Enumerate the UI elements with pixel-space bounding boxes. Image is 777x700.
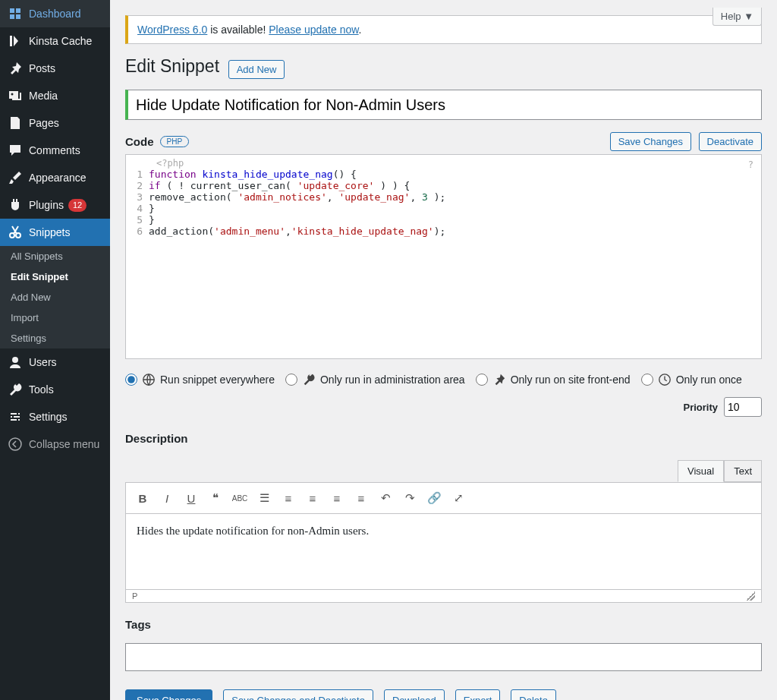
scope-admin[interactable]: Only run in administration area <box>285 373 465 386</box>
comments-icon <box>8 143 23 158</box>
submenu-add-new[interactable]: Add New <box>0 287 110 307</box>
svg-point-0 <box>11 93 14 96</box>
resize-handle[interactable] <box>746 591 755 601</box>
element-path: P <box>132 591 137 601</box>
underline-button[interactable]: U <box>181 487 202 509</box>
submenu-edit-snippet[interactable]: Edit Snippet <box>0 266 110 287</box>
submenu-import[interactable]: Import <box>0 307 110 328</box>
scope-everywhere[interactable]: Run snippet everywhere <box>125 373 275 386</box>
align-right-button[interactable]: ≡ <box>351 487 372 509</box>
delete-button[interactable]: Delete <box>511 689 556 700</box>
scope-front-radio[interactable] <box>476 374 488 386</box>
sidebar-label: Kinsta Cache <box>29 35 92 47</box>
sidebar-item-tools[interactable]: Tools <box>0 376 110 403</box>
wp-version-link[interactable]: WordPress 6.0 <box>137 24 207 36</box>
media-icon <box>8 88 23 103</box>
strike-button[interactable]: ABC <box>229 487 250 509</box>
priority-input[interactable] <box>724 397 762 417</box>
sidebar-item-posts[interactable]: Posts <box>0 55 110 82</box>
update-badge: 12 <box>68 199 87 212</box>
tab-text[interactable]: Text <box>724 460 762 482</box>
sidebar-label: Settings <box>29 411 68 423</box>
tags-input[interactable] <box>125 643 762 671</box>
pin-icon <box>492 373 506 386</box>
sidebar-item-media[interactable]: Media <box>0 82 110 109</box>
sidebar-item-users[interactable]: Users <box>0 348 110 376</box>
pages-icon <box>8 115 23 131</box>
sidebar-item-comments[interactable]: Comments <box>0 137 110 164</box>
kinsta-icon <box>8 33 23 49</box>
scope-front[interactable]: Only run on site front-end <box>476 373 631 386</box>
sidebar-item-plugins[interactable]: Plugins 12 <box>0 191 110 219</box>
scope-label: Only run once <box>676 374 742 386</box>
sidebar-submenu: All Snippets Edit Snippet Add New Import… <box>0 246 110 348</box>
dashboard-icon <box>8 6 23 21</box>
tools-icon <box>8 382 23 397</box>
php-pill: PHP <box>160 136 190 147</box>
code-editor[interactable]: ? <?php 1function kinsta_hide_update_nag… <box>125 154 762 359</box>
help-tab[interactable]: Help ▼ <box>713 8 762 26</box>
scope-label: Only run on site front-end <box>511 374 631 386</box>
bullet-list-button[interactable]: ☰ <box>253 487 275 509</box>
save-changes-button-top[interactable]: Save Changes <box>610 132 691 151</box>
bottom-actions: Save Changes Save Changes and Deactivate… <box>125 689 762 700</box>
fullscreen-button[interactable]: ⤢ <box>448 487 469 509</box>
priority-label: Priority <box>683 402 718 413</box>
snippet-title-input[interactable] <box>125 90 762 120</box>
sidebar-label: Tools <box>29 383 54 396</box>
svg-point-4 <box>9 438 21 450</box>
align-left-button[interactable]: ≡ <box>302 487 323 509</box>
save-deactivate-button[interactable]: Save Changes and Deactivate <box>223 689 373 700</box>
top-actions: Save Changes Deactivate <box>606 132 762 151</box>
scope-once[interactable]: Only run once <box>641 373 742 386</box>
link-button[interactable]: 🔗 <box>423 487 445 509</box>
submenu-all-snippets[interactable]: All Snippets <box>0 246 110 266</box>
sidebar-item-pages[interactable]: Pages <box>0 109 110 137</box>
scope-once-radio[interactable] <box>641 374 653 386</box>
scope-everywhere-radio[interactable] <box>125 374 137 386</box>
deactivate-button[interactable]: Deactivate <box>699 132 762 151</box>
brush-icon <box>8 170 23 185</box>
sidebar-label: Plugins <box>29 199 64 211</box>
scope-admin-radio[interactable] <box>285 374 297 386</box>
code-label: Code PHP <box>125 135 606 148</box>
sidebar-item-settings[interactable]: Settings <box>0 403 110 430</box>
description-editor[interactable]: Hides the update notification for non-Ad… <box>125 514 762 590</box>
italic-button[interactable]: I <box>156 487 178 509</box>
bold-button[interactable]: B <box>132 487 153 509</box>
add-new-button[interactable]: Add New <box>228 60 285 79</box>
submenu-settings[interactable]: Settings <box>0 328 110 348</box>
download-button[interactable]: Download <box>384 689 445 700</box>
editor-tabs: Visual Text <box>125 460 762 482</box>
redo-button[interactable]: ↷ <box>399 487 420 509</box>
sidebar-label: Dashboard <box>29 8 81 20</box>
sidebar-item-snippets[interactable]: Snippets <box>0 219 110 246</box>
save-changes-button[interactable]: Save Changes <box>125 689 212 700</box>
clock-icon <box>658 373 672 386</box>
notice-middle: is available! <box>207 24 269 36</box>
main-content: Help ▼ WordPress 6.0 is available! Pleas… <box>110 0 777 700</box>
sidebar-label: Posts <box>29 62 55 74</box>
sidebar-label: Collapse menu <box>29 438 99 450</box>
code-label-text: Code <box>125 135 154 148</box>
undo-button[interactable]: ↶ <box>375 487 396 509</box>
sidebar-item-collapse[interactable]: Collapse menu <box>0 430 110 458</box>
number-list-button[interactable]: ≡ <box>278 487 299 509</box>
align-center-button[interactable]: ≡ <box>326 487 348 509</box>
sidebar-item-kinsta-cache[interactable]: Kinsta Cache <box>0 27 110 55</box>
priority-field: Priority <box>683 397 762 417</box>
export-button[interactable]: Export <box>455 689 501 700</box>
scope-label: Run snippet everywhere <box>160 374 275 386</box>
tab-visual[interactable]: Visual <box>678 460 724 482</box>
page-title: Edit Snippet <box>125 56 219 77</box>
quote-button[interactable]: ❝ <box>205 487 226 509</box>
sidebar-item-dashboard[interactable]: Dashboard <box>0 0 110 27</box>
update-now-link[interactable]: Please update now <box>269 24 358 36</box>
code-php-open: <?php <box>126 155 761 169</box>
description-label: Description <box>125 432 762 445</box>
notice-suffix: . <box>359 24 362 36</box>
sidebar-item-appearance[interactable]: Appearance <box>0 164 110 191</box>
scope-row: Run snippet everywhere Only run in admin… <box>125 373 762 417</box>
scope-label: Only run in administration area <box>320 374 465 386</box>
code-help-icon[interactable]: ? <box>748 159 753 170</box>
